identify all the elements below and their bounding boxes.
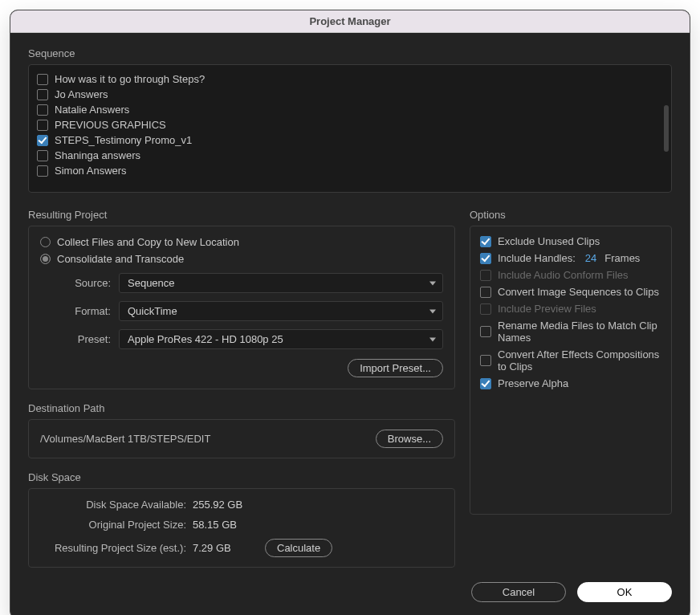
calculate-button[interactable]: Calculate: [265, 539, 332, 557]
sequence-item[interactable]: How was it to go through Steps?: [37, 71, 663, 87]
browse-button[interactable]: Browse...: [376, 430, 443, 448]
radio-consolidate-transcode[interactable]: Consolidate and Transcode: [40, 253, 443, 265]
ok-button[interactable]: OK: [577, 582, 672, 602]
sequence-item-label: Natalie Answers: [55, 104, 129, 116]
chevron-down-icon: [429, 337, 436, 341]
import-preset-button[interactable]: Import Preset...: [348, 359, 443, 377]
resulting-project-panel: Collect Files and Copy to New Location C…: [28, 226, 455, 389]
checkbox-icon[interactable]: [37, 165, 48, 177]
option-label: Rename Media Files to Match Clip Names: [498, 320, 661, 344]
checkbox-icon[interactable]: [480, 236, 491, 247]
option-rename-media[interactable]: Rename Media Files to Match Clip Names: [480, 317, 661, 346]
option-label: Convert After Effects Compositions to Cl…: [498, 348, 661, 373]
option-preserve-alpha[interactable]: Preserve Alpha: [480, 375, 661, 392]
sequence-item-label: Shaninga answers: [55, 149, 140, 161]
sequence-item[interactable]: Natalie Answers: [37, 102, 663, 117]
format-value: QuickTime: [128, 305, 177, 317]
option-exclude-unused[interactable]: Exclude Unused Clips: [480, 233, 661, 250]
checkbox-icon: [480, 303, 491, 315]
disk-space-panel: Disk Space Available: 255.92 GB Original…: [28, 488, 455, 568]
source-label: Source:: [40, 277, 119, 289]
checkbox-icon[interactable]: [37, 150, 48, 161]
resulting-size-value: 7.29 GB: [193, 542, 249, 554]
cancel-button[interactable]: Cancel: [471, 582, 566, 602]
option-label: Exclude Unused Clips: [498, 235, 600, 247]
handles-frames-value[interactable]: 24: [585, 252, 596, 264]
dialog-footer: Cancel OK: [28, 582, 672, 602]
checkbox-icon[interactable]: [480, 378, 491, 389]
disk-available-value: 255.92 GB: [193, 499, 242, 511]
preset-select[interactable]: Apple ProRes 422 - HD 1080p 25: [119, 329, 443, 349]
chevron-down-icon: [429, 309, 436, 313]
sequence-item[interactable]: Simon Answers: [37, 163, 663, 178]
preset-value: Apple ProRes 422 - HD 1080p 25: [128, 333, 283, 345]
option-audio-conform: Include Audio Conform Files: [480, 267, 661, 283]
disk-space-label: Disk Space: [28, 471, 455, 483]
radio-icon[interactable]: [40, 254, 51, 264]
original-size-value: 58.15 GB: [193, 519, 237, 531]
sequence-item-label: Simon Answers: [55, 165, 127, 177]
sequence-item[interactable]: STEPS_Testimony Promo_v1: [37, 132, 663, 148]
radio-label: Collect Files and Copy to New Location: [57, 236, 239, 248]
radio-icon[interactable]: [40, 237, 51, 247]
checkbox-icon[interactable]: [37, 89, 48, 100]
option-label: Include Audio Conform Files: [498, 269, 629, 281]
checkbox-icon: [480, 270, 491, 281]
sequence-item[interactable]: Shaninga answers: [37, 148, 663, 163]
option-label: Preserve Alpha: [498, 377, 568, 389]
sequence-item-label: PREVIOUS GRAPHICS: [55, 119, 166, 131]
preset-label: Preset:: [40, 333, 119, 345]
destination-path-label: Destination Path: [28, 402, 455, 414]
checkbox-icon[interactable]: [480, 326, 491, 337]
checkbox-icon[interactable]: [480, 355, 491, 366]
scrollbar-thumb[interactable]: [664, 105, 669, 152]
checkbox-icon[interactable]: [37, 135, 48, 146]
checkbox-icon[interactable]: [480, 287, 491, 298]
chevron-down-icon: [429, 281, 436, 285]
resulting-size-label: Resulting Project Size (est.):: [40, 542, 193, 554]
sequence-item-label: How was it to go through Steps?: [55, 73, 205, 85]
sequence-item[interactable]: Jo Answers: [37, 87, 663, 102]
destination-path-panel: /Volumes/MacBert 1TB/STEPS/EDIT Browse..…: [28, 419, 455, 458]
checkbox-icon[interactable]: [37, 120, 48, 131]
checkbox-icon[interactable]: [480, 253, 491, 264]
radio-collect-files[interactable]: Collect Files and Copy to New Location: [40, 236, 443, 248]
disk-available-label: Disk Space Available:: [40, 499, 193, 511]
checkbox-icon[interactable]: [37, 104, 48, 116]
option-include-handles[interactable]: Include Handles: 24 Frames: [480, 250, 661, 267]
handles-frames-suffix: Frames: [604, 252, 640, 264]
project-manager-dialog: Project Manager Sequence How was it to g…: [10, 10, 690, 615]
sequence-item-label: STEPS_Testimony Promo_v1: [55, 134, 192, 146]
source-select[interactable]: Sequence: [119, 273, 443, 293]
resulting-project-label: Resulting Project: [28, 209, 455, 221]
sequence-list: How was it to go through Steps? Jo Answe…: [28, 64, 672, 193]
format-select[interactable]: QuickTime: [119, 301, 443, 321]
sequence-label: Sequence: [28, 47, 672, 59]
option-label: Include Preview Files: [498, 303, 596, 315]
window-title: Project Manager: [10, 10, 690, 33]
source-value: Sequence: [128, 277, 175, 289]
option-convert-img-seq[interactable]: Convert Image Sequences to Clips: [480, 283, 661, 300]
checkbox-icon[interactable]: [37, 74, 48, 85]
original-size-label: Original Project Size:: [40, 519, 193, 531]
format-label: Format:: [40, 305, 119, 317]
destination-path-value: /Volumes/MacBert 1TB/STEPS/EDIT: [40, 433, 368, 445]
option-label: Convert Image Sequences to Clips: [498, 286, 659, 298]
radio-label: Consolidate and Transcode: [57, 253, 184, 265]
option-label: Include Handles:: [498, 252, 576, 264]
options-label: Options: [470, 209, 672, 221]
option-convert-ae[interactable]: Convert After Effects Compositions to Cl…: [480, 346, 661, 375]
options-panel: Exclude Unused Clips Include Handles: 24…: [470, 226, 672, 515]
sequence-item[interactable]: PREVIOUS GRAPHICS: [37, 117, 663, 132]
option-preview-files: Include Preview Files: [480, 300, 661, 317]
sequence-item-label: Jo Answers: [55, 88, 108, 100]
dialog-content: Sequence How was it to go through Steps?…: [10, 33, 690, 615]
